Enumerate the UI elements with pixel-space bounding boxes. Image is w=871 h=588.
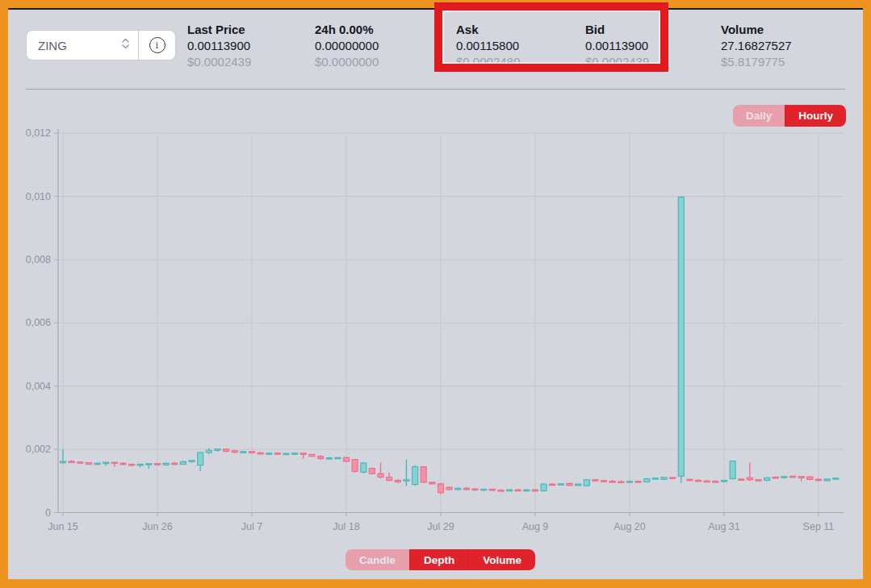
pair-select[interactable]: ZING [26, 30, 138, 60]
candle-body [120, 463, 126, 464]
candle-body [790, 476, 796, 477]
candle-body [730, 461, 735, 479]
stat-label: 24h 0.00% [315, 23, 379, 37]
candle-body [833, 478, 839, 479]
hourly-button[interactable]: Hourly [785, 105, 846, 127]
candle-body [387, 477, 392, 481]
x-axis-tick-label: Jun 15 [48, 521, 78, 532]
candle-body [567, 483, 572, 485]
candle-body [163, 463, 169, 465]
candle-body [446, 487, 452, 490]
candle-body [438, 484, 443, 493]
stat-last-price: Last Price 0.00113900 $0.0002439 [187, 23, 251, 69]
candle-body [713, 482, 718, 482]
candle-body [678, 197, 684, 476]
candle-body [258, 452, 263, 453]
candle-body [300, 453, 306, 455]
candle-body [576, 484, 581, 486]
candle-body [498, 490, 504, 491]
candle-body [756, 480, 761, 481]
x-axis-tick-label: Jul 18 [333, 521, 359, 532]
x-axis-tick-label: Aug 31 [708, 521, 740, 532]
candle-body [94, 463, 100, 464]
candle-body [824, 479, 830, 481]
candle-body [515, 490, 521, 490]
candle-body [309, 454, 315, 456]
stat-label: Last Price [187, 23, 251, 37]
candle-body [739, 479, 744, 480]
pair-selector-group: ZING i [26, 30, 176, 60]
candle-body [807, 477, 813, 479]
header-divider [26, 89, 845, 90]
candle-body [224, 449, 229, 452]
candle-body [687, 479, 693, 480]
select-chevron-icon [121, 37, 130, 53]
stat-24h-change: 24h 0.00% 0.00000000 $0.0000000 [315, 23, 379, 69]
x-axis-tick-label: Aug 20 [613, 521, 646, 532]
candle-body [652, 478, 658, 479]
candle-body [61, 461, 66, 463]
x-axis-tick-label: Aug 9 [522, 521, 549, 532]
stat-volume: Volume 27.16827527 $5.8179775 [721, 23, 792, 69]
stat-label: Volume [721, 23, 792, 37]
candle-body [661, 477, 667, 479]
candle-body [481, 489, 487, 490]
x-axis-tick-label: Jun 26 [142, 521, 173, 532]
candle-body [472, 489, 478, 490]
depth-button[interactable]: Depth [409, 549, 468, 570]
y-axis-tick-label: 0,012 [26, 127, 51, 139]
candle-body [704, 481, 710, 482]
candle-body [111, 462, 117, 463]
candle-body [455, 488, 461, 490]
interval-toggle: Daily Hourly [733, 105, 846, 127]
candle-body [541, 484, 546, 490]
stat-value: 0.00000000 [315, 39, 379, 53]
candle-body [206, 450, 211, 452]
candle-body [764, 477, 770, 480]
candle-body [180, 461, 186, 464]
candle-body [215, 449, 220, 451]
candle-body [378, 473, 383, 477]
info-icon: i [149, 37, 165, 53]
y-axis-tick-label: 0,004 [26, 381, 51, 392]
candle-body [326, 458, 332, 459]
candle-body [189, 461, 195, 462]
stat-usd-value: $0.0000000 [315, 55, 379, 69]
y-axis-tick-label: 0,008 [26, 254, 51, 265]
y-axis-tick-label: 0,006 [26, 317, 51, 328]
daily-button[interactable]: Daily [733, 105, 785, 127]
candle-body [172, 463, 178, 464]
candle-body [352, 460, 358, 472]
candle-body [369, 469, 375, 474]
chart-view-toggle: Candle Depth Volume [345, 549, 535, 570]
candle-body [781, 477, 787, 477]
candle-body [644, 479, 650, 482]
price-chart[interactable]: 0,0120,0100,0080,0060,0040,0020Jun 15Jun… [8, 113, 863, 548]
candle-button[interactable]: Candle [345, 549, 409, 570]
candle-body [429, 482, 435, 484]
candle-body [69, 461, 74, 462]
info-button[interactable]: i [138, 30, 176, 60]
candle-body [198, 452, 203, 465]
candle-body [86, 463, 91, 465]
volume-button[interactable]: Volume [468, 549, 535, 570]
stat-value: 27.16827527 [721, 39, 792, 53]
candle-body [747, 477, 752, 479]
candle-body [532, 490, 538, 490]
y-axis-tick-label: 0,002 [26, 444, 51, 455]
x-axis-tick-label: Jul 7 [241, 521, 262, 532]
candle-body [593, 480, 598, 481]
y-axis-tick-label: 0,010 [26, 191, 51, 202]
candle-body [137, 465, 143, 465]
candle-body [283, 453, 289, 454]
candle-body [335, 457, 341, 458]
candle-body [601, 481, 607, 482]
candle-body [343, 457, 349, 461]
candle-body [241, 452, 246, 452]
x-axis-tick-label: Jul 29 [427, 521, 454, 532]
stat-usd-value: $5.8179775 [721, 55, 792, 69]
pair-select-value: ZING [38, 39, 121, 52]
candle-body [361, 463, 366, 472]
candle-body [489, 489, 495, 490]
candle-body [798, 477, 804, 478]
